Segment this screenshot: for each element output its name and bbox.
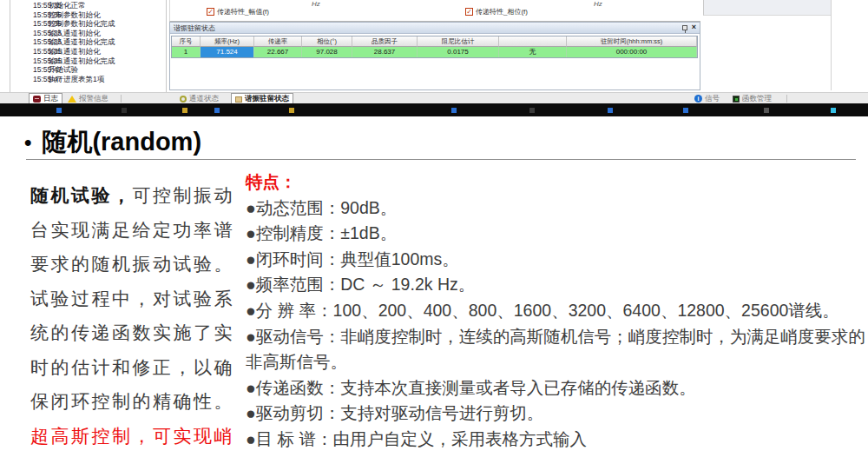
col-frequency[interactable]: 频率(Hz): [201, 36, 254, 47]
screenshot-root: 15:55:35 初始化正常 15:55:35 控制参数初始化 15:55:35…: [0, 0, 868, 464]
log-row: 15:55:35 控制参数初始化: [10, 10, 166, 19]
x-axis-unit-right: Hz: [594, 0, 602, 8]
log-icon: [33, 96, 41, 103]
log-message: 输入通道初始化: [49, 29, 101, 37]
log-message: 控制参数初始化完成: [49, 19, 115, 28]
taskbar-icon-speck: [683, 108, 688, 113]
checkbox-icon[interactable]: ✓: [465, 8, 473, 16]
log-message: 执行进度表第1项: [49, 75, 104, 83]
col-index[interactable]: 序号: [172, 36, 201, 47]
intro-line: 台实现满足给定功率谱: [30, 213, 239, 248]
panel-title: 谐振驻留状态: [174, 24, 215, 32]
channel-status-icon: [180, 96, 187, 103]
tab-channel-label: 通道状态: [189, 94, 219, 104]
col-quality-factor[interactable]: 品质因子: [352, 36, 418, 47]
table-row[interactable]: 1 71.524 22.667 97.028 28.637 0.0175 无 0…: [172, 47, 697, 57]
heading-bullet: •: [24, 130, 31, 155]
intro-line: 随机试验，可控制振动: [30, 178, 239, 213]
log-row: 15:55:47 开始试验: [10, 64, 166, 74]
log-row: 15:55:35 输入通道初始化: [10, 28, 166, 37]
chart-strip: Hz Hz ✓ 传递特性_幅值(f) ✓ 传递特性_相位(f): [169, 0, 700, 22]
cell-transmissibility: 22.667: [254, 47, 302, 57]
log-time: 15:55:47: [10, 65, 49, 74]
feature-dynamic-range: ●动态范围：90dB。: [246, 196, 866, 222]
panel-titlebar: 谐振驻留状态 ×: [170, 23, 700, 34]
col-dwell-time[interactable]: 驻留时间(hhh:mm:ss): [567, 36, 697, 47]
col-transmissibility[interactable]: 传递率: [254, 36, 302, 47]
panel-divider: [831, 0, 832, 90]
resonance-status-icon: [235, 96, 242, 103]
log-time: 15:55:35: [10, 37, 49, 46]
intro-paragraph: 随机试验，可控制振动 台实现满足给定功率谱 要求的随机振动试验。 试验过程中，对…: [30, 178, 239, 453]
feature-resolution: ●分 辨 率：100、200、400、800、1600、3200、6400、12…: [246, 298, 866, 324]
log-time: 15:55:35: [10, 10, 49, 19]
feature-drive-clipping: ●驱动剪切：支持对驱动信号进行剪切。: [246, 401, 866, 427]
close-icon[interactable]: ×: [692, 23, 696, 31]
taskbar-icon-speck: [529, 108, 535, 113]
log-message: 开始试验: [49, 65, 78, 74]
taskbar-strip: [0, 103, 868, 116]
cell-blank: 无: [499, 47, 567, 57]
intro-line-highlight: 超高斯控制，可实现峭: [30, 419, 239, 454]
intro-lead-bold: 随机试验，: [30, 185, 133, 205]
taskbar-icon-speck: [608, 108, 613, 113]
legend-phase-label: 传递特性_相位(f): [476, 7, 528, 17]
log-time: 15:55:35: [10, 56, 49, 65]
vibration-control-app: 15:55:35 初始化正常 15:55:35 控制参数初始化 15:55:35…: [0, 0, 868, 116]
legend-amplitude-label: 传递特性_幅值(f): [217, 7, 269, 17]
cell-dwell-time: 000:00:00: [567, 47, 697, 57]
log-message: 控制参数初始化: [49, 10, 101, 19]
log-row: 15:55:35 输出通道初始化: [10, 46, 166, 56]
taskbar-icon-speck: [182, 108, 187, 113]
resonance-table: 序号 频率(Hz) 传递率 相位(°) 品质因子 阻尼比估计 驻留时间(hhh:…: [171, 36, 698, 58]
signal-info-icon: i: [694, 95, 702, 103]
log-time: 15:55:35: [10, 1, 49, 10]
tab-funcmgr-label: 函数管理: [742, 94, 772, 104]
features-title: 特点：: [246, 169, 866, 196]
log-time: 15:55:35: [10, 29, 49, 37]
side-panel-fragment: [703, 0, 831, 16]
cell-frequency-selected: 71.524: [201, 47, 254, 57]
log-message: 输出通道初始化完成: [49, 56, 115, 65]
feature-transfer-function: ●传递函数：支持本次直接测量或者导入已存储的传递函数。: [246, 375, 866, 401]
feature-control-accuracy: ●控制精度：±1dB。: [246, 221, 866, 247]
col-phase[interactable]: 相位(°): [302, 36, 352, 47]
log-message: 输出通道初始化: [49, 47, 101, 56]
cell-index: 1: [172, 47, 201, 57]
log-time: 15:55:35: [10, 19, 49, 28]
function-manager-icon: [733, 96, 740, 103]
log-time: 15:55:35: [10, 47, 49, 56]
heading-underline: [26, 159, 856, 160]
legend-amplitude: ✓ 传递特性_幅值(f): [207, 7, 269, 17]
x-axis-unit-left: Hz: [312, 0, 320, 8]
heading-text: 随机(random): [42, 125, 201, 160]
resonance-dwell-panel: 谐振驻留状态 × 序号 频率(Hz) 传递率 相位(°) 品质因子 阻尼比估计 …: [169, 22, 700, 90]
taskbar-icon-speck: [289, 108, 294, 113]
intro-line: 统的传递函数实施了实: [30, 315, 239, 350]
taskbar-icon-speck: [831, 108, 836, 113]
log-row: 15:55:35 控制参数初始化完成: [10, 18, 166, 28]
cell-quality-factor: 28.637: [352, 47, 418, 57]
taskbar-icon-speck: [451, 108, 457, 113]
feature-loop-time: ●闭环时间：典型值100ms。: [246, 247, 866, 273]
col-damping-ratio[interactable]: 阻尼比估计: [418, 36, 499, 47]
checkbox-icon[interactable]: ✓: [207, 8, 214, 16]
bottom-tabbar: 日志 报警信息 通道状态 谐振驻留状态 i 信号 函数管理: [0, 92, 868, 103]
warning-icon: [68, 96, 76, 103]
log-row: 15:55:35 输入通道初始化完成: [10, 36, 166, 46]
legend-phase: ✓ 传递特性_相位(f): [465, 7, 528, 17]
cell-damping-ratio: 0.0175: [418, 47, 499, 57]
pin-icon[interactable]: [682, 25, 687, 30]
tab-separator: [121, 95, 122, 103]
log-row: 15:55:35 初始化正常: [10, 0, 166, 10]
intro-line: 时的估计和修正，以确: [30, 350, 239, 385]
taskbar-icon-speck: [764, 108, 769, 113]
intro-line: 要求的随机振动试验。: [30, 247, 239, 282]
taskbar-icon-speck: [56, 108, 62, 113]
col-blank[interactable]: [499, 36, 567, 47]
log-message: 输入通道初始化完成: [49, 37, 115, 46]
taskbar-icon-speck: [214, 108, 220, 113]
feature-drive-signal: ●驱动信号：非峭度控制时，连续的高斯随机信号；峭度控制时，为满足峭度要求的非高斯…: [246, 324, 866, 375]
page-title: • 随机(random): [24, 125, 201, 160]
cell-phase: 97.028: [302, 47, 352, 57]
